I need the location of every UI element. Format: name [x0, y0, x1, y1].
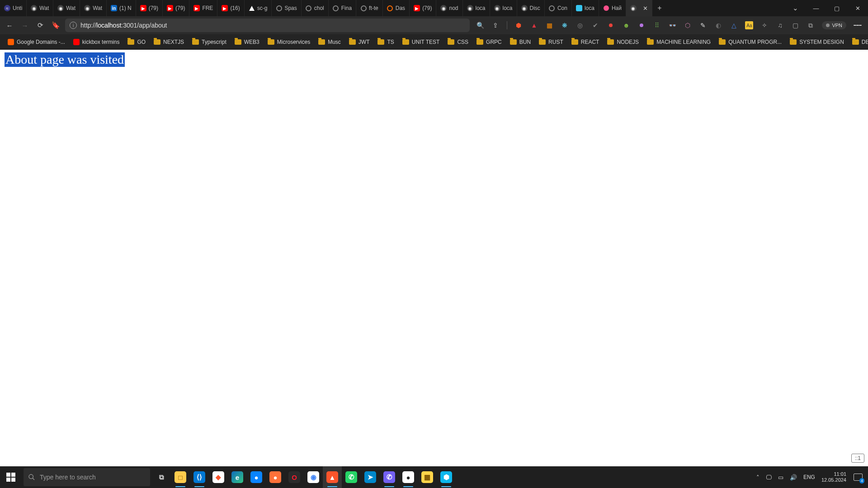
- puzzle-icon[interactable]: ✧: [760, 21, 769, 29]
- close-window-button[interactable]: ✕: [847, 5, 868, 12]
- glasses-icon[interactable]: 👓: [668, 21, 676, 29]
- grid-icon[interactable]: ⠿: [653, 21, 661, 29]
- bookmark-6[interactable]: Microservices: [264, 37, 313, 47]
- reload-button[interactable]: ⟳: [34, 19, 46, 31]
- tab-2[interactable]: ◉Wat: [53, 0, 80, 16]
- bookmark-12[interactable]: GRPC: [473, 37, 505, 47]
- bookmark-0[interactable]: Google Domains -...: [5, 37, 68, 47]
- bookmark-13[interactable]: BUN: [507, 37, 534, 47]
- tab-4[interactable]: in(1) N: [107, 0, 136, 16]
- taskbar-search[interactable]: Type here to search: [24, 468, 150, 486]
- tab-9[interactable]: sc-g: [245, 0, 272, 16]
- bookmark-19[interactable]: SYSTEM DESIGN: [787, 37, 847, 47]
- whatsapp-icon[interactable]: ✆: [342, 466, 361, 488]
- bookmark-5[interactable]: WEB3: [231, 37, 263, 47]
- music-icon[interactable]: ♫: [776, 21, 784, 29]
- minimize-button[interactable]: ―: [806, 5, 826, 12]
- url-field[interactable]: i http://localhost:3001/app/about: [65, 19, 470, 32]
- edge-icon[interactable]: e: [228, 466, 247, 488]
- bookmark-11[interactable]: CSS: [444, 37, 472, 47]
- adblock-icon[interactable]: [607, 21, 615, 29]
- brave-alt-icon[interactable]: ◆: [209, 466, 228, 488]
- tab-overflow-button[interactable]: ⌄: [785, 4, 806, 12]
- opera-icon[interactable]: O: [285, 466, 304, 488]
- language-indicator[interactable]: ENG: [803, 474, 815, 480]
- tab-10[interactable]: Spas: [272, 0, 301, 16]
- tray-overflow-icon[interactable]: ˄: [756, 474, 760, 481]
- bookmark-button[interactable]: 🔖: [50, 19, 61, 31]
- bookmark-16[interactable]: NODEJS: [604, 37, 642, 47]
- brave-icon[interactable]: ▲: [323, 466, 342, 488]
- tab-12[interactable]: Fina: [329, 0, 356, 16]
- tab-5[interactable]: ▶(79): [136, 0, 163, 16]
- close-tab-icon[interactable]: ✕: [643, 5, 648, 12]
- bookmark-20[interactable]: DB: [849, 37, 868, 47]
- chrome-icon[interactable]: ◉: [304, 466, 323, 488]
- tab-1[interactable]: ◉Wat: [27, 0, 53, 16]
- notifications-button[interactable]: 4: [853, 472, 863, 483]
- tab-21[interactable]: loca: [572, 0, 599, 16]
- tab-6[interactable]: ▶(79): [163, 0, 189, 16]
- dev-badge[interactable]: ::1: [851, 454, 864, 463]
- bookmark-9[interactable]: TS: [374, 37, 397, 47]
- eyedropper-icon[interactable]: ✎: [699, 21, 707, 29]
- react-devtools-icon[interactable]: ❋: [561, 21, 569, 29]
- vpn-button[interactable]: VPN: [822, 21, 846, 29]
- check-icon[interactable]: ✔: [591, 21, 599, 29]
- bookmark-18[interactable]: QUANTUM PROGR...: [716, 37, 785, 47]
- tab-15[interactable]: ▶(79): [410, 0, 436, 16]
- site-info-icon[interactable]: i: [70, 22, 77, 29]
- tab-18[interactable]: ◉loca: [490, 0, 517, 16]
- app-menu-button[interactable]: [854, 21, 862, 29]
- tab-3[interactable]: ◉Wat: [80, 0, 107, 16]
- volume-icon[interactable]: 🔊: [790, 474, 797, 481]
- tab-17[interactable]: ◉loca: [463, 0, 490, 16]
- bookmark-15[interactable]: REACT: [568, 37, 603, 47]
- tab-0[interactable]: ≈Unti: [0, 0, 27, 16]
- bookmark-4[interactable]: Typescript: [189, 37, 230, 47]
- square-icon[interactable]: ▢: [791, 21, 799, 29]
- task-view-icon[interactable]: ⧉: [152, 466, 171, 488]
- tab-20[interactable]: Con: [545, 0, 572, 16]
- sticky-notes-icon[interactable]: ▦: [418, 466, 437, 488]
- docker-icon[interactable]: ⬢: [437, 466, 456, 488]
- display-icon[interactable]: 🖵: [766, 474, 772, 481]
- maximize-button[interactable]: ▢: [826, 5, 847, 12]
- pip-icon[interactable]: ⧉: [807, 21, 815, 29]
- purple-dot-icon[interactable]: [637, 21, 646, 29]
- tab-23[interactable]: ◉✕: [626, 0, 652, 16]
- hex-icon[interactable]: ⬡: [684, 21, 692, 29]
- zoom-icon[interactable]: 🔍: [476, 21, 484, 29]
- new-tab-button[interactable]: +: [652, 4, 667, 12]
- aa-icon[interactable]: Aa: [745, 21, 753, 29]
- tab-22[interactable]: Най: [599, 0, 626, 16]
- obs-icon[interactable]: ●: [399, 466, 418, 488]
- target-icon[interactable]: ◎: [576, 21, 584, 29]
- viber-icon[interactable]: ✆: [380, 466, 399, 488]
- triangle-icon[interactable]: △: [730, 21, 738, 29]
- clock[interactable]: 11:01 12.05.2024: [821, 471, 846, 483]
- start-button[interactable]: [0, 466, 22, 488]
- tab-7[interactable]: ▶FRE: [189, 0, 217, 16]
- vscode-icon[interactable]: ⟨⟩: [190, 466, 209, 488]
- bookmark-7[interactable]: Musc: [315, 37, 344, 47]
- tab-16[interactable]: ◉nod: [436, 0, 462, 16]
- frog-icon[interactable]: ☻: [622, 21, 630, 29]
- tab-11[interactable]: chol: [302, 0, 329, 16]
- bookmark-10[interactable]: UNIT TEST: [399, 37, 443, 47]
- bookmark-17[interactable]: MACHINE LEARNING: [644, 37, 714, 47]
- firefox-dev-icon[interactable]: ●: [247, 466, 266, 488]
- bookmark-8[interactable]: JWT: [346, 37, 373, 47]
- file-explorer-icon[interactable]: □: [171, 466, 190, 488]
- battery-icon[interactable]: ▭: [778, 474, 783, 481]
- firefox-icon[interactable]: ●: [266, 466, 285, 488]
- telegram-icon[interactable]: ➤: [361, 466, 380, 488]
- back-button[interactable]: ←: [4, 19, 15, 31]
- tab-14[interactable]: Das: [383, 0, 410, 16]
- toggle-icon[interactable]: ◐: [714, 21, 722, 29]
- share-icon[interactable]: ⇪: [491, 21, 500, 29]
- tab-13[interactable]: ft-te: [356, 0, 383, 16]
- bookmark-2[interactable]: GO: [124, 37, 149, 47]
- bookmark-14[interactable]: RUST: [536, 37, 566, 47]
- warning-icon[interactable]: ▲: [530, 21, 538, 29]
